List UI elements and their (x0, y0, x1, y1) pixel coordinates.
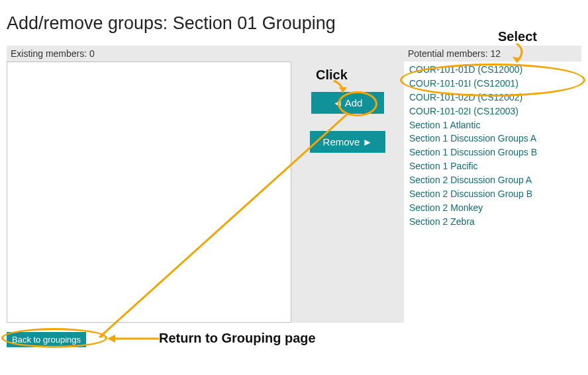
existing-header: Existing members: 0 (7, 46, 291, 62)
potential-option[interactable]: COUR-101-01D (CS12000) (405, 63, 580, 77)
potential-option[interactable]: COUR-101-02D (CS12002) (405, 91, 580, 104)
existing-panel: Existing members: 0 (7, 46, 291, 323)
potential-option[interactable]: COUR-101-01I (CS12001) (405, 77, 580, 91)
potential-panel: Potential members: 12 COUR-101-01D (CS12… (404, 46, 581, 323)
remove-button[interactable]: Remove ► (310, 131, 386, 153)
footer: Back to groupings (7, 332, 581, 347)
group-manager: Existing members: 0 ◄ Add Remove ► Poten… (7, 46, 581, 323)
potential-option[interactable]: Section 1 Discussion Groups A (405, 132, 580, 146)
potential-option[interactable]: Section 2 Discussion Group B (405, 187, 580, 201)
potential-option[interactable]: Section 1 Discussion Groups B (405, 146, 580, 159)
potential-option[interactable]: Section 2 Monkey (405, 201, 580, 215)
potential-option[interactable]: Section 2 Discussion Group A (405, 173, 580, 187)
middle-controls: ◄ Add Remove ► (291, 46, 404, 323)
potential-option[interactable]: COUR-101-02I (CS12003) (405, 104, 580, 118)
add-button[interactable]: ◄ Add (311, 92, 384, 114)
potential-option[interactable]: Section 1 Atlantic (405, 118, 580, 132)
potential-option[interactable]: Section 1 Pacific (405, 159, 580, 173)
potential-listbox[interactable]: COUR-101-01D (CS12000)COUR-101-01I (CS12… (404, 62, 581, 323)
potential-header: Potential members: 12 (404, 46, 581, 62)
potential-option[interactable]: Section 2 Zebra (405, 215, 580, 229)
page-title: Add/remove groups: Section 01 Grouping (7, 13, 581, 34)
existing-listbox[interactable] (7, 62, 291, 323)
back-to-groupings-button[interactable]: Back to groupings (7, 332, 86, 347)
